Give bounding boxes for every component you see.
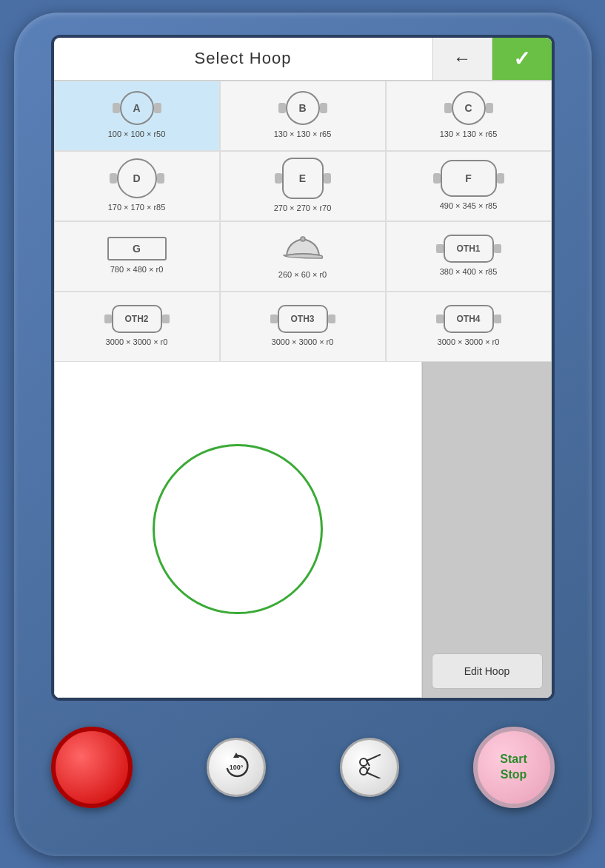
shape-circle-c: C bbox=[452, 91, 486, 125]
shape-circle-b: B bbox=[286, 91, 320, 125]
scissors-icon bbox=[356, 752, 383, 783]
hoop-label-cap: 260 × 60 × r0 bbox=[278, 269, 327, 280]
rotation-button[interactable]: 100° bbox=[207, 738, 266, 797]
svg-line-5 bbox=[367, 755, 380, 761]
hoop-cell-oth1[interactable]: OTH1 380 × 400 × r85 bbox=[386, 221, 552, 292]
hoop-label-oth2: 3000 × 3000 × r0 bbox=[106, 337, 168, 347]
svg-text:100°: 100° bbox=[229, 764, 243, 771]
hoop-label-oth1: 380 × 400 × r85 bbox=[440, 266, 498, 277]
controls-row: 100° Start Stop bbox=[36, 716, 569, 819]
hoop-cell-c[interactable]: C 130 × 130 × r65 bbox=[386, 81, 552, 151]
hoop-icon-b: B bbox=[286, 91, 320, 125]
hoop-label-c: 130 × 130 × r65 bbox=[440, 129, 498, 139]
hoop-icon-oth2: OTH2 bbox=[112, 305, 162, 333]
shape-circle-d: D bbox=[117, 158, 157, 198]
screen-bottom: Edit Hoop bbox=[54, 362, 552, 698]
shape-circle-a: A bbox=[120, 91, 154, 125]
shape-cap-icon bbox=[281, 232, 325, 266]
svg-point-3 bbox=[360, 758, 367, 766]
hoop-cell-oth4[interactable]: OTH4 3000 × 3000 × r0 bbox=[386, 292, 552, 362]
hoop-label-d: 170 × 170 × r85 bbox=[108, 202, 166, 212]
hoop-label-e: 270 × 270 × r70 bbox=[274, 203, 332, 213]
hoop-cell-d[interactable]: D 170 × 170 × r85 bbox=[54, 151, 220, 221]
edit-hoop-label: Edit Hoop bbox=[464, 665, 509, 677]
shape-rounded-e: E bbox=[282, 158, 324, 199]
edit-hoop-button[interactable]: Edit Hoop bbox=[432, 653, 543, 689]
hoop-cell-b[interactable]: B 130 × 130 × r65 bbox=[220, 81, 386, 151]
start-stop-button[interactable]: Start Stop bbox=[473, 727, 555, 808]
rotation-icon: 100° bbox=[220, 750, 253, 785]
svg-point-0 bbox=[301, 237, 305, 241]
scissors-button[interactable] bbox=[340, 738, 399, 797]
hoop-icon-d: D bbox=[117, 158, 157, 198]
screen-container: Select Hoop ← ✓ A 100 × 100 × r50 bbox=[51, 35, 555, 701]
hoop-label-g: 780 × 480 × r0 bbox=[110, 264, 164, 275]
hoop-icon-a: A bbox=[120, 91, 154, 125]
preview-circle bbox=[153, 444, 323, 614]
hoop-icon-f: F bbox=[441, 160, 497, 197]
header-title-area: Select Hoop bbox=[54, 38, 433, 80]
confirm-button[interactable]: ✓ bbox=[492, 38, 552, 80]
stop-label: Stop bbox=[501, 767, 527, 783]
emergency-stop-button[interactable] bbox=[51, 727, 133, 808]
screen-header: Select Hoop ← ✓ bbox=[54, 38, 552, 81]
hoop-icon-cap bbox=[281, 232, 325, 266]
svg-point-4 bbox=[360, 767, 367, 775]
hoop-cell-g[interactable]: G 780 × 480 × r0 bbox=[54, 221, 220, 292]
shape-rect-g: G bbox=[107, 237, 167, 260]
screen: Select Hoop ← ✓ A 100 × 100 × r50 bbox=[54, 38, 552, 698]
hoop-cell-a[interactable]: A 100 × 100 × r50 bbox=[54, 81, 220, 151]
hoop-label-f: 490 × 345 × r85 bbox=[440, 201, 498, 211]
hoop-icon-oth3: OTH3 bbox=[278, 305, 328, 333]
hoop-icon-oth1: OTH1 bbox=[444, 235, 494, 263]
back-button[interactable]: ← bbox=[433, 38, 492, 80]
svg-line-6 bbox=[367, 773, 380, 778]
start-label: Start bbox=[500, 752, 527, 767]
hoop-icon-g: G bbox=[107, 237, 167, 260]
hoop-label-a: 100 × 100 × r50 bbox=[108, 129, 166, 139]
hoop-icon-oth4: OTH4 bbox=[444, 305, 494, 333]
screen-title: Select Hoop bbox=[195, 49, 292, 68]
hoop-icon-c: C bbox=[452, 91, 486, 125]
edit-panel: Edit Hoop bbox=[422, 362, 552, 698]
shape-oth2: OTH2 bbox=[112, 305, 162, 333]
preview-area bbox=[54, 362, 422, 698]
back-arrow-icon: ← bbox=[453, 48, 471, 69]
hoop-icon-e: E bbox=[282, 158, 324, 199]
hoop-label-oth3: 3000 × 3000 × r0 bbox=[272, 337, 334, 347]
hoop-grid: A 100 × 100 × r50 B 130 × 130 × r65 C 13… bbox=[54, 81, 552, 362]
hoop-cell-cap[interactable]: 260 × 60 × r0 bbox=[220, 221, 386, 292]
shape-oth3: OTH3 bbox=[278, 305, 328, 333]
checkmark-icon: ✓ bbox=[513, 47, 530, 71]
shape-rounded-f: F bbox=[441, 160, 497, 197]
shape-oth4: OTH4 bbox=[444, 305, 494, 333]
hoop-label-b: 130 × 130 × r65 bbox=[274, 129, 332, 139]
hoop-cell-oth2[interactable]: OTH2 3000 × 3000 × r0 bbox=[54, 292, 220, 362]
device-body: Select Hoop ← ✓ A 100 × 100 × r50 bbox=[14, 13, 592, 856]
hoop-label-oth4: 3000 × 3000 × r0 bbox=[438, 337, 500, 347]
hoop-cell-oth3[interactable]: OTH3 3000 × 3000 × r0 bbox=[220, 292, 386, 362]
hoop-cell-e[interactable]: E 270 × 270 × r70 bbox=[220, 151, 386, 221]
hoop-cell-f[interactable]: F 490 × 345 × r85 bbox=[386, 151, 552, 221]
shape-oth1: OTH1 bbox=[444, 235, 494, 263]
